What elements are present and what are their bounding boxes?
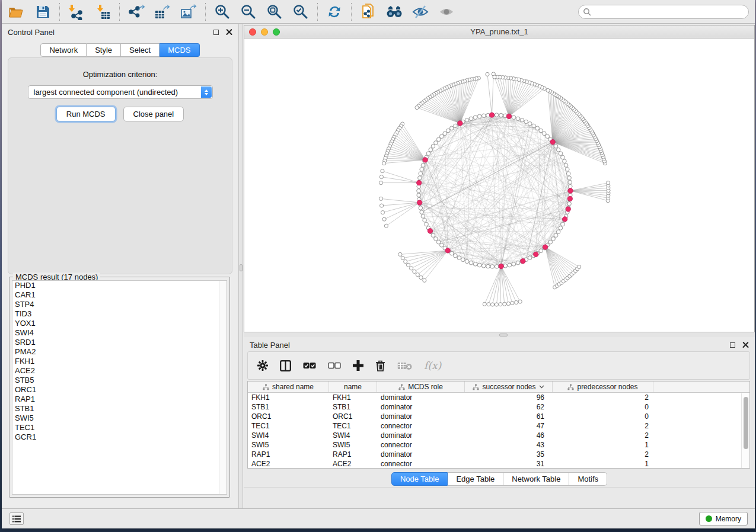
deselect-all-icon[interactable] xyxy=(328,362,341,370)
table-tabs: Node TableEdge TableNetwork TableMotifs xyxy=(244,472,755,486)
result-item[interactable]: GCR1 xyxy=(12,432,227,442)
result-item[interactable]: PHD1 xyxy=(12,281,227,290)
column-header-name[interactable]: name xyxy=(329,382,377,392)
refresh-network-icon[interactable] xyxy=(326,3,343,21)
column-header-MCDS-role[interactable]: MCDS role xyxy=(377,382,465,392)
result-item[interactable]: PMA2 xyxy=(12,347,227,357)
horizontal-splitter[interactable] xyxy=(244,333,755,337)
search-input[interactable] xyxy=(578,5,749,19)
float-panel-icon[interactable] xyxy=(213,30,219,35)
tab-edge-table[interactable]: Edge Table xyxy=(448,472,503,486)
export-network-icon[interactable] xyxy=(127,3,145,21)
table-row[interactable]: STB1STB1dominator620 xyxy=(248,402,749,412)
close-panel-icon[interactable] xyxy=(226,29,232,36)
tab-style[interactable]: Style xyxy=(87,43,121,57)
result-item[interactable]: YOX1 xyxy=(12,319,227,328)
status-bar: Memory xyxy=(2,508,755,528)
table-row[interactable]: SWI5SWI5connector431 xyxy=(248,440,749,450)
network-canvas[interactable] xyxy=(244,39,754,332)
table-row[interactable]: RAP1RAP1dominator352 xyxy=(248,450,749,459)
tab-select[interactable]: Select xyxy=(121,43,160,57)
network-titlebar: YPA_prune.txt_1 xyxy=(244,25,754,39)
show-status-dialog-icon[interactable] xyxy=(9,512,24,525)
network-from-selection-icon[interactable] xyxy=(359,3,377,21)
result-item[interactable]: TID3 xyxy=(12,309,227,319)
select-all-icon[interactable] xyxy=(303,362,316,370)
mcds-panel: Optimization criterion: largest connecte… xyxy=(8,57,232,274)
column-header-predecessor-nodes[interactable]: predecessor nodes xyxy=(553,382,653,392)
result-item[interactable]: RAP1 xyxy=(12,395,227,404)
result-item[interactable]: SRD1 xyxy=(12,338,227,347)
export-image-icon[interactable] xyxy=(180,3,197,21)
optimization-value: largest connected component (undirected) xyxy=(34,88,178,97)
show-all-icon[interactable] xyxy=(438,3,455,21)
table-bottom-strip xyxy=(244,487,755,508)
network-window: YPA_prune.txt_1 xyxy=(244,25,755,332)
save-session-icon[interactable] xyxy=(34,3,52,21)
result-item[interactable]: SWI4 xyxy=(12,328,227,338)
result-item[interactable]: ACE2 xyxy=(12,366,227,376)
control-tabs: NetworkStyleSelectMCDS xyxy=(2,43,238,57)
table-row[interactable]: ORC1ORC1dominator610 xyxy=(248,412,749,421)
result-item[interactable]: ORC1 xyxy=(12,385,227,395)
h-splitter-grip[interactable] xyxy=(499,334,508,336)
import-table-icon[interactable] xyxy=(94,3,111,21)
result-item[interactable]: FKH1 xyxy=(12,357,227,366)
delete-icon[interactable] xyxy=(375,360,385,371)
result-item[interactable]: STP4 xyxy=(12,300,227,309)
memory-button[interactable]: Memory xyxy=(699,512,748,525)
table-body: FKH1FKH1dominator962STB1STB1dominator620… xyxy=(248,393,749,469)
close-panel-button[interactable]: Close panel xyxy=(123,107,184,121)
zoom-out-icon[interactable] xyxy=(240,3,257,21)
splitter-grip[interactable] xyxy=(240,264,243,271)
tab-motifs[interactable]: Motifs xyxy=(569,472,607,486)
table-row[interactable]: ACE2ACE2connector311 xyxy=(248,459,749,469)
main-toolbar xyxy=(2,0,755,24)
control-panel-title: Control Panel xyxy=(8,28,55,37)
table-row[interactable]: SWI4SWI4dominator462 xyxy=(248,431,749,440)
column-header-successor-nodes[interactable]: successor nodes xyxy=(465,382,553,392)
memory-status-icon xyxy=(706,515,712,522)
table-row[interactable]: TEC1TEC1connector472 xyxy=(248,421,749,431)
function-builder-icon: f(x) xyxy=(424,360,441,371)
import-network-icon[interactable] xyxy=(68,3,85,21)
hide-selected-icon[interactable] xyxy=(412,3,429,21)
search-icon xyxy=(583,8,591,16)
optimization-label: Optimization criterion: xyxy=(8,70,232,79)
vertical-splitter[interactable] xyxy=(239,24,243,508)
result-scrollbar[interactable] xyxy=(219,281,227,494)
select-stepper-icon xyxy=(201,86,212,98)
first-neighbors-icon[interactable] xyxy=(385,3,403,21)
table-settings-icon[interactable] xyxy=(257,360,268,371)
zoom-selected-icon[interactable] xyxy=(292,3,310,21)
zoom-fit-icon[interactable] xyxy=(266,3,283,21)
table-header-row: shared namenameMCDS rolesuccessor nodesp… xyxy=(248,382,749,393)
show-columns-icon[interactable] xyxy=(280,360,291,371)
column-header-shared-name[interactable]: shared name xyxy=(248,382,329,392)
table-scrollbar-thumb[interactable] xyxy=(744,397,748,449)
result-item[interactable]: TEC1 xyxy=(12,423,227,432)
table-float-icon[interactable] xyxy=(730,342,735,348)
add-icon[interactable] xyxy=(353,360,363,371)
mcds-result-fieldset: MCDS result (17 nodes) PHD1CAR1STP4TID3Y… xyxy=(9,277,230,498)
table-close-icon[interactable] xyxy=(742,342,749,348)
memory-label: Memory xyxy=(716,515,741,523)
result-item[interactable]: CAR1 xyxy=(12,290,227,300)
tab-mcds[interactable]: MCDS xyxy=(160,43,199,57)
open-session-icon[interactable] xyxy=(8,3,25,21)
tab-node-table[interactable]: Node Table xyxy=(391,472,448,486)
result-item[interactable]: STB1 xyxy=(12,404,227,414)
export-table-icon[interactable] xyxy=(154,3,171,21)
optimization-select[interactable]: largest connected component (undirected) xyxy=(28,85,213,99)
control-panel: Control Panel NetworkStyleSelectMCDS Opt… xyxy=(2,24,239,508)
mcds-result-list: PHD1CAR1STP4TID3YOX1SWI4SRD1PMA2FKH1ACE2… xyxy=(12,280,227,495)
result-item[interactable]: STB5 xyxy=(12,376,227,385)
result-item[interactable]: SWI5 xyxy=(12,414,227,423)
tab-network-table[interactable]: Network Table xyxy=(503,472,569,486)
control-panel-titlebar: Control Panel xyxy=(2,24,238,40)
run-mcds-button[interactable]: Run MCDS xyxy=(56,107,116,121)
table-row[interactable]: FKH1FKH1dominator962 xyxy=(248,393,749,402)
zoom-in-icon[interactable] xyxy=(213,3,231,21)
table-scrollbar[interactable] xyxy=(741,393,749,468)
tab-network[interactable]: Network xyxy=(40,43,87,57)
